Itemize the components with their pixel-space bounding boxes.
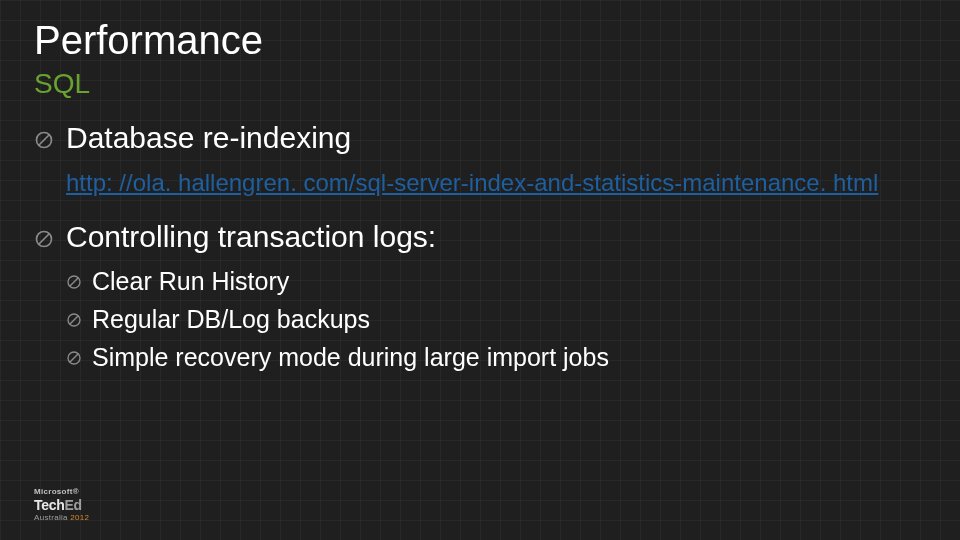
slide: Performance SQL Database re-indexing htt… [0,0,960,540]
svg-line-3 [39,234,49,244]
logo-australia: Australia 2012 [34,513,89,522]
sub-bullet-label: Simple recovery mode during large import… [92,341,609,375]
slide-title: Performance [34,18,263,63]
bullet-label: Controlling transaction logs: [66,217,436,258]
sub-bullet-list: Clear Run History Regular DB/Log backups… [66,265,926,374]
logo-ed-part: Ed [64,497,81,513]
prohibit-icon [34,130,54,150]
bullet-item-db-reindexing: Database re-indexing [34,118,926,159]
logo-tech-part: Tech [34,497,64,513]
slide-content: Database re-indexing http: //ola. hallen… [34,118,926,379]
prohibit-icon [66,312,82,328]
sub-bullet-recovery-mode: Simple recovery mode during large import… [66,341,926,375]
logo-country: Australia [34,513,70,522]
sub-bullet-label: Clear Run History [92,265,289,299]
sub-bullet-backups: Regular DB/Log backups [66,303,926,337]
prohibit-icon [34,229,54,249]
bullet-item-transaction-logs: Controlling transaction logs: [34,217,926,258]
logo-year: 2012 [70,513,89,522]
prohibit-icon [66,274,82,290]
link-block: http: //ola. hallengren. com/sql-server-… [66,167,886,199]
svg-line-7 [70,316,78,324]
maintenance-link[interactable]: http: //ola. hallengren. com/sql-server-… [66,169,878,196]
bullet-label: Database re-indexing [66,118,351,159]
logo-microsoft-text: Microsoft® [34,487,89,496]
sub-bullet-clear-history: Clear Run History [66,265,926,299]
svg-line-1 [39,135,49,145]
svg-line-5 [70,278,78,286]
slide-subtitle: SQL [34,68,90,100]
prohibit-icon [66,350,82,366]
sub-bullet-label: Regular DB/Log backups [92,303,370,337]
svg-line-9 [70,354,78,362]
footer-logo: Microsoft® TechEd Australia 2012 [34,487,89,522]
logo-teched: TechEd [34,497,89,513]
